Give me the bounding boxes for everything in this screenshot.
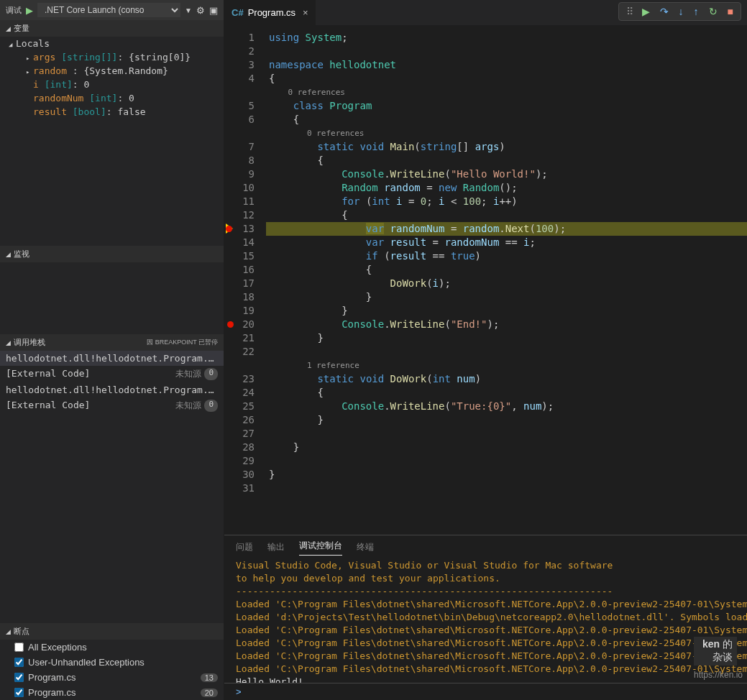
step-over-icon[interactable]: ↷ [660, 6, 669, 17]
debug-console-input[interactable]: > [224, 683, 747, 700]
watch-section-header[interactable]: ◢ 监视 [0, 246, 224, 262]
tab-debug-console[interactable]: 调试控制台 [299, 540, 342, 556]
console-line: to help you develop and test your applic… [236, 572, 735, 585]
console-line: ----------------------------------------… [236, 585, 735, 598]
drag-handle-icon[interactable]: ⠿ [626, 6, 632, 17]
debug-toolbar: ⠿ ▶ ↷ ↓ ↑ ↻ ■ [618, 2, 741, 21]
restart-icon[interactable]: ↻ [709, 6, 718, 17]
breakpoint-item[interactable]: User-Unhandled Exceptions [0, 655, 224, 670]
chevron-down-icon: ◢ [6, 628, 11, 635]
breakpoint-checkbox[interactable] [14, 658, 24, 667]
breakpoint-item[interactable]: Program.cs13 [0, 670, 224, 685]
start-debug-icon[interactable]: ▶ [26, 5, 33, 16]
breakpoint-item[interactable]: All Exceptions [0, 640, 224, 655]
console-line: Loaded 'C:\Program Files\dotnet\shared\M… [236, 637, 735, 650]
locals-scope[interactable]: ◢Locals [0, 37, 224, 50]
debug-console-toggle-icon[interactable]: ▣ [209, 5, 218, 16]
breakpoint-item[interactable]: Program.cs20 [0, 685, 224, 700]
debug-config-dropdown[interactable]: .NET Core Launch (conso [37, 3, 180, 17]
watch-panel[interactable] [0, 262, 224, 334]
prompt-chevron-icon: > [236, 686, 242, 697]
code-editor[interactable]: 1234567891011121314151617181920212223242… [224, 25, 747, 535]
tab-terminal[interactable]: 终端 [357, 541, 374, 553]
variable-row[interactable]: ▸random : {System.Random} [0, 64, 224, 78]
stack-frame[interactable]: hellodotnet.dll!hellodotnet.Program.Ma… [0, 351, 224, 366]
debug-header: 调试 ▶ .NET Core Launch (conso ▼ ⚙ ▣ [0, 0, 224, 20]
breakpoint-checkbox[interactable] [14, 643, 24, 652]
close-icon[interactable]: × [303, 7, 308, 18]
editor-area: C# Program.cs × ⠿ ▶ ↷ ↓ ↑ ↻ ■ 1234567891… [224, 0, 747, 700]
chevron-down-icon: ◢ [6, 25, 11, 32]
tab-program-cs[interactable]: C# Program.cs × [224, 0, 316, 25]
console-line: Loaded 'C:\Program Files\dotnet\shared\M… [236, 650, 735, 663]
console-line: Loaded 'C:\Program Files\dotnet\shared\M… [236, 663, 735, 676]
step-out-icon[interactable]: ↑ [694, 6, 699, 17]
editor-tabs: C# Program.cs × ⠿ ▶ ↷ ↓ ↑ ↻ ■ [224, 0, 747, 25]
variables-panel: ◢Locals ▸args [string[]]: {string[0]}▸ra… [0, 37, 224, 246]
breakpoint-icon[interactable] [227, 321, 234, 328]
variables-title: 变量 [14, 23, 29, 34]
breakpoint-checkbox[interactable] [14, 688, 24, 697]
chevron-down-icon: ◢ [6, 339, 11, 346]
debug-sidebar: 调试 ▶ .NET Core Launch (conso ▼ ⚙ ▣ ◢ 变量 … [0, 0, 224, 700]
variable-row[interactable]: i [int]: 0 [0, 78, 224, 91]
debug-label: 调试 [6, 5, 22, 16]
console-line: Visual Studio Code, Visual Studio or Vis… [236, 559, 735, 572]
console-line: Loaded 'd:\Projects\Test\hellodotnet\bin… [236, 611, 735, 624]
csharp-file-icon: C# [232, 7, 244, 18]
stop-icon[interactable]: ■ [728, 6, 733, 17]
breakpoints-title: 断点 [14, 626, 29, 637]
pause-reason: 因 BREAKPOINT 已暂停 [147, 338, 218, 347]
variable-row[interactable]: randomNum [int]: 0 [0, 91, 224, 105]
console-line: Loaded 'C:\Program Files\dotnet\shared\M… [236, 598, 735, 611]
breakpoints-panel: All ExceptionsUser-Unhandled ExceptionsP… [0, 640, 224, 700]
callstack-title: 调用堆栈 [14, 337, 45, 348]
stack-frame[interactable]: [External Code]未知源0 [0, 397, 224, 414]
variable-row[interactable]: result [bool]: false [0, 105, 224, 119]
dropdown-chevron-icon[interactable]: ▼ [185, 6, 192, 14]
variables-section-header[interactable]: ◢ 变量 [0, 20, 224, 37]
stack-frame[interactable]: hellodotnet.dll!hellodotnet.Program.Ma… [0, 382, 224, 397]
callstack-panel: hellodotnet.dll!hellodotnet.Program.Ma…[… [0, 351, 224, 414]
variable-row[interactable]: ▸args [string[]]: {string[0]} [0, 50, 224, 64]
bottom-panel: 问题 输出 调试控制台 终端 Visual Studio Code, Visua… [224, 535, 747, 700]
watch-title: 监视 [14, 249, 29, 259]
panel-tabs: 问题 输出 调试控制台 终端 [224, 535, 747, 559]
console-line: Hello World! [236, 676, 735, 683]
chevron-down-icon: ◢ [6, 251, 11, 258]
callstack-section-header[interactable]: ◢ 调用堆栈 因 BREAKPOINT 已暂停 [0, 334, 224, 351]
tab-output[interactable]: 输出 [267, 541, 285, 553]
breakpoints-section-header[interactable]: ◢ 断点 [0, 623, 224, 640]
stack-frame[interactable]: [External Code]未知源0 [0, 366, 224, 382]
breakpoint-checkbox[interactable] [14, 673, 24, 682]
code-content[interactable]: using System;namespace hellodotnet{ 0 re… [266, 25, 747, 535]
tab-label: Program.cs [248, 7, 295, 18]
continue-icon[interactable]: ▶ [642, 6, 650, 17]
step-into-icon[interactable]: ↓ [679, 6, 684, 17]
tab-problems[interactable]: 问题 [236, 541, 253, 553]
gear-icon[interactable]: ⚙ [196, 5, 205, 16]
line-gutter[interactable]: 1234567891011121314151617181920212223242… [224, 25, 266, 535]
debug-console-output[interactable]: Visual Studio Code, Visual Studio or Vis… [224, 559, 747, 683]
console-line: Loaded 'C:\Program Files\dotnet\shared\M… [236, 624, 735, 637]
